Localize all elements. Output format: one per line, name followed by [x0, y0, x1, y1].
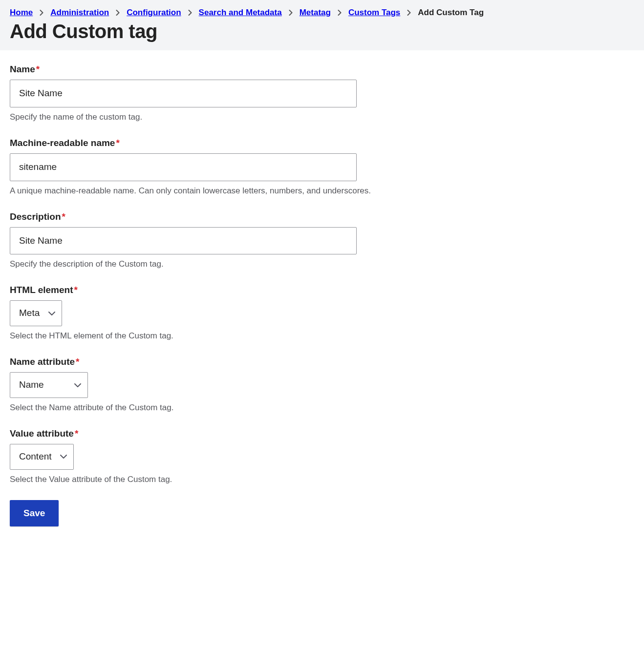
field-value-attribute-label: Value attribute* — [10, 428, 634, 439]
required-marker: * — [116, 138, 119, 148]
breadcrumb-configuration[interactable]: Configuration — [127, 8, 181, 18]
field-description-label: Description* — [10, 211, 634, 222]
value-attribute-select[interactable]: Content — [10, 444, 74, 470]
field-machine-name-label: Machine-readable name* — [10, 138, 634, 148]
field-description-description: Specify the description of the Custom ta… — [10, 259, 634, 269]
required-marker: * — [74, 285, 78, 295]
label-text: Name — [10, 64, 35, 74]
field-html-element-label: HTML element* — [10, 285, 634, 295]
label-text: Name attribute — [10, 356, 75, 367]
value-attribute-select-wrap: Content — [10, 444, 74, 470]
label-text: Description — [10, 211, 61, 222]
field-value-attribute-description: Select the Value attribute of the Custom… — [10, 475, 634, 484]
field-value-attribute: Value attribute* Content Select the Valu… — [10, 428, 634, 484]
name-attribute-select-wrap: Name — [10, 372, 88, 398]
required-marker: * — [76, 356, 79, 367]
breadcrumb-metatag[interactable]: Metatag — [300, 8, 331, 18]
chevron-right-icon — [338, 10, 342, 16]
required-marker: * — [62, 211, 65, 222]
page-title: Add Custom tag — [10, 21, 634, 42]
field-description: Description* Specify the description of … — [10, 211, 634, 270]
label-text: Machine-readable name — [10, 138, 115, 148]
field-name-attribute: Name attribute* Name Select the Name att… — [10, 356, 634, 413]
page-header: Home Administration Configuration Search… — [0, 0, 644, 50]
required-marker: * — [75, 428, 78, 439]
field-name-description: Specify the name of the custom tag. — [10, 112, 634, 122]
field-name-attribute-label: Name attribute* — [10, 356, 634, 367]
breadcrumb-administration[interactable]: Administration — [50, 8, 109, 18]
chevron-right-icon — [40, 10, 43, 16]
field-machine-name: Machine-readable name* A unique machine-… — [10, 138, 634, 196]
breadcrumb-search-and-metadata[interactable]: Search and Metadata — [199, 8, 282, 18]
machine-name-input[interactable] — [10, 153, 357, 181]
description-input[interactable] — [10, 227, 357, 255]
save-button[interactable]: Save — [10, 500, 59, 526]
html-element-select[interactable]: Meta — [10, 300, 62, 326]
name-attribute-select[interactable]: Name — [10, 372, 88, 398]
field-html-element-description: Select the HTML element of the Custom ta… — [10, 331, 634, 341]
html-element-select-wrap: Meta — [10, 300, 62, 326]
breadcrumb-home[interactable]: Home — [10, 8, 33, 18]
label-text: Value attribute — [10, 428, 74, 439]
name-input[interactable] — [10, 80, 357, 107]
field-machine-name-description: A unique machine-readable name. Can only… — [10, 186, 634, 196]
form-content: Name* Specify the name of the custom tag… — [0, 50, 644, 546]
required-marker: * — [36, 64, 40, 74]
breadcrumb-add-custom-tag: Add Custom Tag — [418, 8, 484, 18]
chevron-right-icon — [188, 10, 192, 16]
field-name: Name* Specify the name of the custom tag… — [10, 64, 634, 122]
breadcrumb-custom-tags[interactable]: Custom Tags — [348, 8, 400, 18]
label-text: HTML element — [10, 285, 73, 295]
chevron-right-icon — [407, 10, 411, 16]
field-name-label: Name* — [10, 64, 634, 75]
field-name-attribute-description: Select the Name attribute of the Custom … — [10, 403, 634, 413]
chevron-right-icon — [289, 10, 293, 16]
chevron-right-icon — [116, 10, 120, 16]
breadcrumb: Home Administration Configuration Search… — [10, 5, 634, 18]
field-html-element: HTML element* Meta Select the HTML eleme… — [10, 285, 634, 341]
